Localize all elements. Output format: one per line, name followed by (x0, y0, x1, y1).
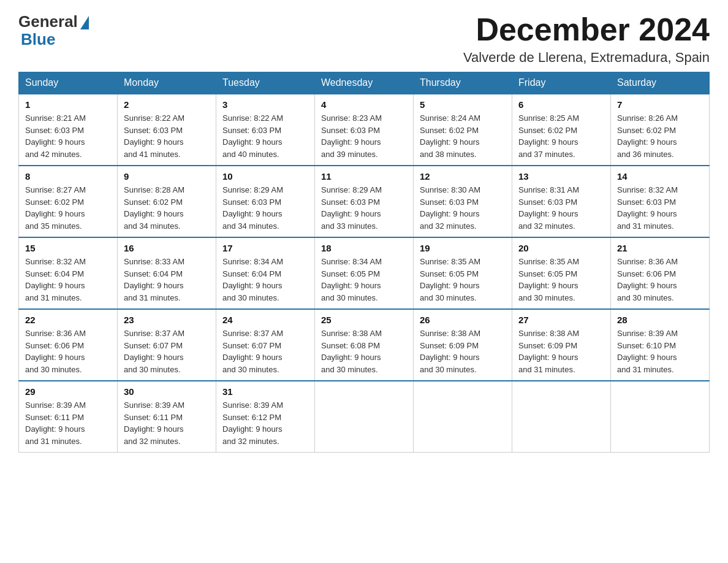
logo-general-text: General (18, 12, 78, 31)
day-number: 4 (321, 99, 407, 110)
calendar-cell: 25Sunrise: 8:38 AMSunset: 6:08 PMDayligh… (315, 309, 414, 381)
day-info: Sunrise: 8:38 AMSunset: 6:08 PMDaylight:… (321, 327, 407, 375)
calendar-cell: 5Sunrise: 8:24 AMSunset: 6:02 PMDaylight… (414, 94, 512, 166)
day-info: Sunrise: 8:32 AMSunset: 6:03 PMDaylight:… (617, 184, 703, 232)
day-number: 21 (617, 243, 703, 253)
weekday-header-saturday: Saturday (611, 72, 710, 94)
day-number: 1 (25, 99, 111, 110)
calendar-header: SundayMondayTuesdayWednesdayThursdayFrid… (19, 72, 710, 94)
calendar-cell: 6Sunrise: 8:25 AMSunset: 6:02 PMDaylight… (512, 94, 611, 166)
day-number: 19 (420, 243, 506, 253)
day-info: Sunrise: 8:26 AMSunset: 6:02 PMDaylight:… (617, 112, 703, 160)
calendar-cell: 13Sunrise: 8:31 AMSunset: 6:03 PMDayligh… (512, 166, 611, 237)
page-header: General Blue December 2024 Valverde de L… (18, 12, 710, 66)
day-info: Sunrise: 8:39 AMSunset: 6:11 PMDaylight:… (25, 399, 111, 447)
calendar-cell (315, 381, 414, 453)
logo-triangle-icon (80, 16, 89, 29)
weekday-header-sunday: Sunday (19, 72, 118, 94)
calendar-week-2: 8Sunrise: 8:27 AMSunset: 6:02 PMDaylight… (19, 166, 710, 237)
calendar-cell: 18Sunrise: 8:34 AMSunset: 6:05 PMDayligh… (315, 237, 414, 309)
calendar-cell: 21Sunrise: 8:36 AMSunset: 6:06 PMDayligh… (611, 237, 710, 309)
calendar-week-5: 29Sunrise: 8:39 AMSunset: 6:11 PMDayligh… (19, 381, 710, 453)
day-info: Sunrise: 8:23 AMSunset: 6:03 PMDaylight:… (321, 112, 407, 160)
day-number: 8 (25, 171, 111, 182)
day-info: Sunrise: 8:32 AMSunset: 6:04 PMDaylight:… (25, 256, 111, 304)
day-number: 24 (222, 315, 308, 325)
title-section: December 2024 Valverde de Llerena, Extre… (463, 12, 710, 66)
calendar-cell: 29Sunrise: 8:39 AMSunset: 6:11 PMDayligh… (19, 381, 118, 453)
day-info: Sunrise: 8:29 AMSunset: 6:03 PMDaylight:… (321, 184, 407, 232)
calendar-cell: 7Sunrise: 8:26 AMSunset: 6:02 PMDaylight… (611, 94, 710, 166)
weekday-header-tuesday: Tuesday (216, 72, 315, 94)
day-number: 7 (617, 99, 703, 110)
calendar-cell: 28Sunrise: 8:39 AMSunset: 6:10 PMDayligh… (611, 309, 710, 381)
day-info: Sunrise: 8:24 AMSunset: 6:02 PMDaylight:… (420, 112, 506, 160)
day-info: Sunrise: 8:38 AMSunset: 6:09 PMDaylight:… (420, 327, 506, 375)
logo-blue-text: Blue (18, 30, 55, 49)
day-number: 11 (321, 171, 407, 182)
day-number: 14 (617, 171, 703, 182)
day-info: Sunrise: 8:37 AMSunset: 6:07 PMDaylight:… (124, 327, 210, 375)
day-number: 18 (321, 243, 407, 253)
calendar-cell: 2Sunrise: 8:22 AMSunset: 6:03 PMDaylight… (118, 94, 216, 166)
weekday-header-thursday: Thursday (414, 72, 512, 94)
calendar-cell: 3Sunrise: 8:22 AMSunset: 6:03 PMDaylight… (216, 94, 315, 166)
day-number: 6 (518, 99, 604, 110)
calendar-cell: 19Sunrise: 8:35 AMSunset: 6:05 PMDayligh… (414, 237, 512, 309)
calendar-cell: 17Sunrise: 8:34 AMSunset: 6:04 PMDayligh… (216, 237, 315, 309)
day-number: 5 (420, 99, 506, 110)
day-info: Sunrise: 8:35 AMSunset: 6:05 PMDaylight:… (420, 256, 506, 304)
day-number: 3 (222, 99, 308, 110)
day-info: Sunrise: 8:38 AMSunset: 6:09 PMDaylight:… (518, 327, 604, 375)
day-info: Sunrise: 8:35 AMSunset: 6:05 PMDaylight:… (518, 256, 604, 304)
logo: General Blue (18, 12, 89, 49)
day-number: 23 (124, 315, 210, 325)
day-info: Sunrise: 8:28 AMSunset: 6:02 PMDaylight:… (124, 184, 210, 232)
day-number: 16 (124, 243, 210, 253)
weekday-header-friday: Friday (512, 72, 611, 94)
day-number: 17 (222, 243, 308, 253)
calendar-cell: 20Sunrise: 8:35 AMSunset: 6:05 PMDayligh… (512, 237, 611, 309)
calendar-cell (414, 381, 512, 453)
calendar-cell: 4Sunrise: 8:23 AMSunset: 6:03 PMDaylight… (315, 94, 414, 166)
calendar-week-3: 15Sunrise: 8:32 AMSunset: 6:04 PMDayligh… (19, 237, 710, 309)
day-number: 29 (25, 386, 111, 397)
day-info: Sunrise: 8:34 AMSunset: 6:04 PMDaylight:… (222, 256, 308, 304)
weekday-header-wednesday: Wednesday (315, 72, 414, 94)
calendar-cell: 23Sunrise: 8:37 AMSunset: 6:07 PMDayligh… (118, 309, 216, 381)
day-number: 30 (124, 386, 210, 397)
day-number: 13 (518, 171, 604, 182)
calendar-cell: 31Sunrise: 8:39 AMSunset: 6:12 PMDayligh… (216, 381, 315, 453)
day-info: Sunrise: 8:21 AMSunset: 6:03 PMDaylight:… (25, 112, 111, 160)
calendar-cell: 22Sunrise: 8:36 AMSunset: 6:06 PMDayligh… (19, 309, 118, 381)
day-info: Sunrise: 8:33 AMSunset: 6:04 PMDaylight:… (124, 256, 210, 304)
day-info: Sunrise: 8:37 AMSunset: 6:07 PMDaylight:… (222, 327, 308, 375)
day-info: Sunrise: 8:27 AMSunset: 6:02 PMDaylight:… (25, 184, 111, 232)
day-number: 15 (25, 243, 111, 253)
day-info: Sunrise: 8:25 AMSunset: 6:02 PMDaylight:… (518, 112, 604, 160)
month-title: December 2024 (463, 12, 710, 47)
day-number: 31 (222, 386, 308, 397)
day-info: Sunrise: 8:39 AMSunset: 6:10 PMDaylight:… (617, 327, 703, 375)
day-number: 22 (25, 315, 111, 325)
day-number: 27 (518, 315, 604, 325)
day-number: 26 (420, 315, 506, 325)
calendar-cell (611, 381, 710, 453)
day-info: Sunrise: 8:22 AMSunset: 6:03 PMDaylight:… (222, 112, 308, 160)
day-number: 2 (124, 99, 210, 110)
day-info: Sunrise: 8:22 AMSunset: 6:03 PMDaylight:… (124, 112, 210, 160)
day-number: 25 (321, 315, 407, 325)
calendar-cell: 11Sunrise: 8:29 AMSunset: 6:03 PMDayligh… (315, 166, 414, 237)
calendar-week-4: 22Sunrise: 8:36 AMSunset: 6:06 PMDayligh… (19, 309, 710, 381)
calendar-cell: 1Sunrise: 8:21 AMSunset: 6:03 PMDaylight… (19, 94, 118, 166)
weekday-row: SundayMondayTuesdayWednesdayThursdayFrid… (19, 72, 710, 94)
day-info: Sunrise: 8:31 AMSunset: 6:03 PMDaylight:… (518, 184, 604, 232)
day-info: Sunrise: 8:34 AMSunset: 6:05 PMDaylight:… (321, 256, 407, 304)
calendar-cell: 9Sunrise: 8:28 AMSunset: 6:02 PMDaylight… (118, 166, 216, 237)
day-number: 9 (124, 171, 210, 182)
calendar-cell: 30Sunrise: 8:39 AMSunset: 6:11 PMDayligh… (118, 381, 216, 453)
calendar-cell: 10Sunrise: 8:29 AMSunset: 6:03 PMDayligh… (216, 166, 315, 237)
weekday-header-monday: Monday (118, 72, 216, 94)
calendar-cell: 14Sunrise: 8:32 AMSunset: 6:03 PMDayligh… (611, 166, 710, 237)
day-info: Sunrise: 8:30 AMSunset: 6:03 PMDaylight:… (420, 184, 506, 232)
